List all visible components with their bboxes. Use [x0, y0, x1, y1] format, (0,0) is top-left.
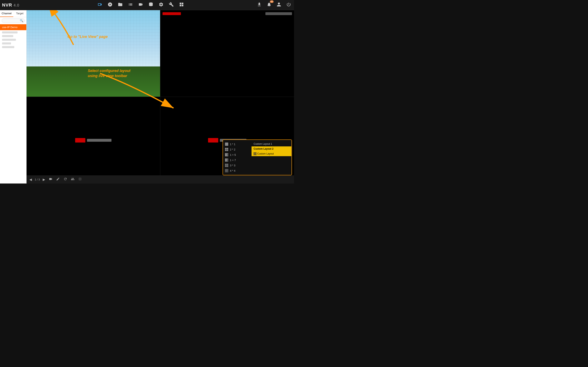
sidebar-tabs: Channel Target: [0, 10, 26, 17]
video-cell-1: [26, 10, 160, 97]
settings-icon[interactable]: [158, 1, 164, 9]
layout-2x2[interactable]: 2 * 2: [223, 147, 251, 152]
nav-right: 87: [256, 1, 292, 9]
layout-panel-inner: 1 * 1 2 * 2: [223, 140, 292, 175]
refresh-button[interactable]: [63, 176, 68, 183]
grid-1p5-icon: [225, 153, 228, 156]
layout-1plus7[interactable]: 1 + 7: [223, 157, 251, 163]
grid-1x1-icon: [225, 142, 228, 146]
live-view-icon[interactable]: [96, 1, 103, 9]
layout-3x3[interactable]: 3 * 3: [223, 163, 251, 168]
edit-button[interactable]: [55, 176, 61, 183]
database-icon[interactable]: [148, 1, 154, 9]
grid-custom-icon: [254, 152, 256, 155]
layout-grid-icon[interactable]: [178, 1, 185, 9]
next-page-button[interactable]: ▶: [42, 177, 46, 182]
grid-3x3-icon: [225, 164, 228, 167]
group-button[interactable]: [70, 176, 75, 183]
custom-layout-label: Custom Layout: [257, 152, 274, 155]
video-camera-icon[interactable]: [138, 1, 144, 9]
analytics-icon[interactable]: [127, 1, 134, 9]
grid-2x2-icon: [225, 148, 228, 151]
custom-layout-item[interactable]: Custom Layout: [251, 151, 291, 156]
app-name: NVR: [2, 2, 12, 8]
fullscreen-button[interactable]: [77, 176, 83, 183]
layout-grid-options: 1 * 1 2 * 2: [223, 140, 251, 175]
prev-page-button[interactable]: ◀: [29, 177, 33, 182]
user-icon[interactable]: [276, 1, 282, 9]
layout-1x1[interactable]: 1 * 1: [223, 142, 251, 147]
grid-4x4-icon: [225, 169, 228, 172]
camera-button[interactable]: [48, 176, 53, 183]
search-button[interactable]: 🔍: [20, 19, 23, 22]
playback-icon[interactable]: [107, 1, 113, 9]
sidebar-placeholder: [0, 30, 26, 51]
download-icon[interactable]: [256, 1, 263, 9]
sidebar-active-item[interactable]: use-IP Demo: [0, 24, 26, 30]
app-brand: NVR 4.0: [2, 2, 19, 8]
tools-icon[interactable]: [168, 1, 174, 9]
nav-icons: [26, 1, 256, 9]
layout-4x4-label: 4 * 4: [230, 169, 235, 172]
app-version: 4.0: [14, 3, 19, 7]
bottom-toolbar: ◀ 1 / 3 ▶: [26, 175, 294, 184]
layout-1plus5[interactable]: 1 + 5: [223, 152, 251, 157]
layout-panel: 1 * 1 2 * 2: [223, 140, 292, 175]
main-layout: Channel Target 🔍 use-IP Demo: [0, 10, 294, 184]
bell-icon[interactable]: 87: [266, 1, 272, 9]
content-area: Go to "Live View" page Select configured…: [26, 10, 294, 184]
custom-layout-1-label: Custom Layout 1: [254, 142, 272, 145]
folder-icon[interactable]: [117, 1, 123, 9]
channel-tab[interactable]: Channel: [0, 10, 13, 17]
layout-1p7-label: 1 + 7: [230, 159, 236, 162]
sidebar: Channel Target 🔍 use-IP Demo: [0, 10, 26, 184]
target-tab[interactable]: Target: [13, 10, 26, 17]
custom-layout-2-item[interactable]: Custom Layout 2: [251, 146, 291, 151]
cam-feed-1: [26, 10, 160, 97]
bell-badge: 87: [270, 0, 274, 3]
layout-custom-options: Custom Layout 1 Custom Layout 2 Custom L…: [251, 140, 292, 175]
sidebar-search-container: 🔍: [0, 17, 26, 24]
layout-1p5-label: 1 + 5: [230, 153, 236, 156]
video-cell-3: [26, 97, 160, 184]
green-ground: [26, 67, 160, 97]
custom-layout-1-item[interactable]: Custom Layout 1: [251, 142, 291, 146]
power-icon[interactable]: [285, 1, 292, 9]
page-info: 1 / 3: [35, 178, 40, 181]
custom-layout-2-label: Custom Layout 2: [254, 147, 273, 150]
navbar: NVR 4.0: [0, 0, 294, 10]
layout-3x3-label: 3 * 3: [230, 164, 235, 167]
grid-1p7-icon: [225, 158, 228, 162]
layout-2x2-label: 2 * 2: [230, 148, 235, 151]
video-cell-2: [160, 10, 294, 97]
layout-4x4[interactable]: 4 * 4: [223, 168, 251, 173]
layout-1x1-label: 1 * 1: [230, 143, 235, 146]
